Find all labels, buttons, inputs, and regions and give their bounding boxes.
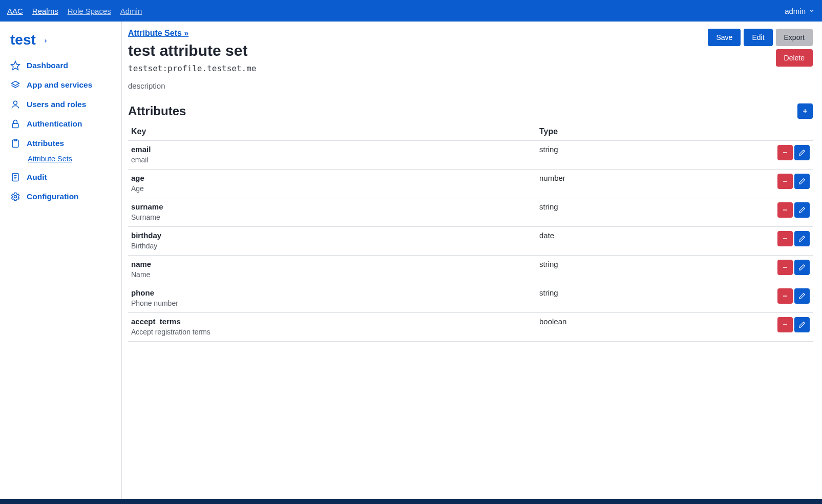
- lock-icon: [10, 119, 20, 129]
- minus-icon: [782, 149, 789, 156]
- sidebar-menu: Dashboard App and services Users and rol…: [10, 60, 114, 202]
- remove-attribute-button[interactable]: [777, 202, 793, 218]
- edit-attribute-button[interactable]: [794, 231, 810, 246]
- sidebar-subitem-attribute-sets[interactable]: Attribute Sets: [28, 155, 72, 163]
- chevron-right-icon: [43, 38, 48, 44]
- user-name: admin: [785, 7, 806, 15]
- header-actions: Save Edit Export Delete: [708, 29, 813, 67]
- table-row: ageAgenumber: [128, 170, 813, 198]
- attr-key: email: [131, 145, 533, 154]
- sidebar-label: App and services: [27, 80, 92, 90]
- gear-icon: [10, 192, 20, 202]
- minus-icon: [782, 292, 789, 300]
- sidebar: test Dashboard App and services: [0, 22, 122, 499]
- delete-button[interactable]: Delete: [776, 49, 813, 67]
- pencil-icon: [798, 292, 806, 300]
- pencil-icon: [798, 178, 806, 185]
- save-button[interactable]: Save: [708, 29, 741, 46]
- nav-link-realms[interactable]: Realms: [32, 7, 58, 15]
- sidebar-label: Audit: [27, 173, 47, 182]
- edit-attribute-button[interactable]: [794, 145, 810, 160]
- remove-attribute-button[interactable]: [777, 288, 793, 304]
- svg-point-2: [14, 101, 17, 104]
- nav-link-aac[interactable]: AAC: [7, 7, 23, 15]
- col-header-type: Type: [536, 123, 762, 141]
- svg-point-10: [14, 196, 17, 198]
- user-icon: [10, 99, 20, 110]
- attr-desc: Surname: [131, 213, 533, 221]
- edit-attribute-button[interactable]: [794, 260, 810, 275]
- attributes-table: Key Type emailemailstringageAgenumbersur…: [128, 123, 813, 342]
- attr-key: birthday: [131, 231, 533, 240]
- remove-attribute-button[interactable]: [777, 145, 793, 160]
- realm-name: test: [10, 32, 36, 48]
- remove-attribute-button[interactable]: [777, 317, 793, 332]
- svg-marker-0: [11, 61, 20, 70]
- nav-link-admin[interactable]: Admin: [120, 7, 142, 15]
- edit-attribute-button[interactable]: [794, 317, 810, 332]
- pencil-icon: [798, 206, 806, 214]
- edit-button[interactable]: Edit: [744, 29, 772, 46]
- plus-icon: [802, 108, 809, 115]
- attr-type: number: [536, 170, 762, 198]
- table-row: emailemailstring: [128, 141, 813, 170]
- attr-desc: Accept registration terms: [131, 328, 533, 336]
- attr-desc: Birthday: [131, 242, 533, 250]
- main-content: Attribute Sets » test attribute set test…: [122, 22, 822, 499]
- attr-type: date: [536, 227, 762, 256]
- sidebar-label: Dashboard: [27, 61, 68, 70]
- remove-attribute-button[interactable]: [777, 260, 793, 275]
- sidebar-item-users-roles[interactable]: Users and roles: [10, 99, 114, 110]
- page-title: test attribute set: [128, 42, 702, 59]
- remove-attribute-button[interactable]: [777, 174, 793, 189]
- pencil-icon: [798, 149, 806, 156]
- table-row: accept_termsAccept registration termsboo…: [128, 313, 813, 342]
- sidebar-label: Authentication: [27, 119, 82, 129]
- remove-attribute-button[interactable]: [777, 231, 793, 246]
- topbar: AAC Realms Role Spaces Admin admin: [0, 0, 822, 22]
- star-icon: [10, 60, 20, 71]
- layers-icon: [10, 80, 20, 90]
- sidebar-item-app-services[interactable]: App and services: [10, 80, 114, 90]
- sidebar-item-audit[interactable]: Audit: [10, 172, 114, 182]
- sidebar-item-dashboard[interactable]: Dashboard: [10, 60, 114, 71]
- attr-desc: Age: [131, 184, 533, 193]
- minus-icon: [782, 178, 789, 185]
- chevron-down-icon: [809, 8, 815, 14]
- footer-bar: [0, 499, 822, 504]
- file-icon: [10, 172, 20, 182]
- edit-attribute-button[interactable]: [794, 202, 810, 218]
- sidebar-label: Attributes: [27, 139, 64, 148]
- add-attribute-button[interactable]: [797, 103, 813, 119]
- topbar-nav: AAC Realms Role Spaces Admin: [7, 7, 142, 15]
- user-menu[interactable]: admin: [785, 7, 815, 15]
- attr-type: string: [536, 284, 762, 313]
- minus-icon: [782, 206, 789, 214]
- sidebar-label: Configuration: [27, 192, 79, 201]
- edit-attribute-button[interactable]: [794, 174, 810, 189]
- attr-type: string: [536, 256, 762, 284]
- realm-switcher[interactable]: test: [10, 32, 114, 48]
- attr-desc: Name: [131, 270, 533, 279]
- table-row: phonePhone numberstring: [128, 284, 813, 313]
- table-row: surnameSurnamestring: [128, 198, 813, 227]
- breadcrumb[interactable]: Attribute Sets »: [128, 29, 188, 38]
- sidebar-item-attributes[interactable]: Attributes: [10, 138, 114, 149]
- pencil-icon: [798, 321, 806, 328]
- attr-type: boolean: [536, 313, 762, 342]
- attr-type: string: [536, 198, 762, 227]
- table-row: nameNamestring: [128, 256, 813, 284]
- pencil-icon: [798, 264, 806, 271]
- clipboard-icon: [10, 138, 20, 149]
- sidebar-item-authentication[interactable]: Authentication: [10, 119, 114, 129]
- minus-icon: [782, 321, 789, 328]
- svg-marker-1: [12, 81, 19, 86]
- export-button[interactable]: Export: [776, 29, 813, 46]
- sidebar-item-configuration[interactable]: Configuration: [10, 192, 114, 202]
- minus-icon: [782, 264, 789, 271]
- attr-desc: email: [131, 156, 533, 164]
- nav-link-role-spaces[interactable]: Role Spaces: [68, 7, 111, 15]
- attr-key: surname: [131, 202, 533, 211]
- attr-type: string: [536, 141, 762, 170]
- edit-attribute-button[interactable]: [794, 288, 810, 304]
